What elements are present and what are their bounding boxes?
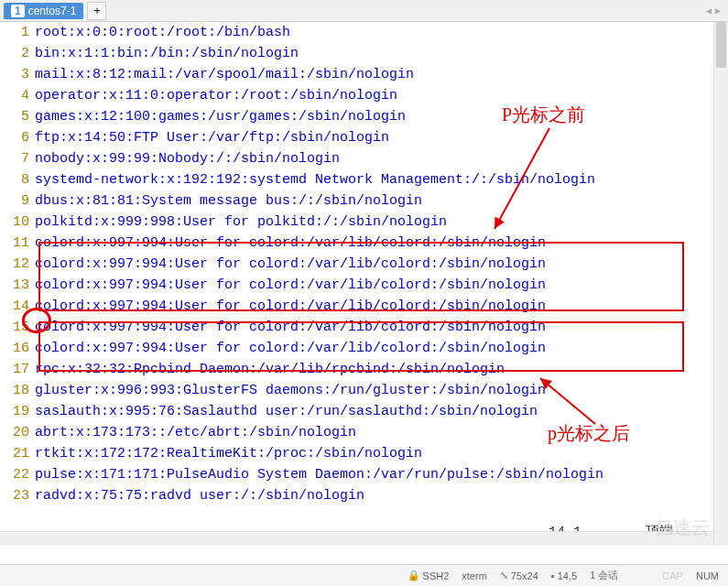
line-number: 20 — [0, 422, 29, 443]
line-number: 13 — [0, 275, 29, 296]
line-number: 16 — [0, 338, 29, 359]
code-line: colord:x:997:994:User for colord:/var/li… — [35, 254, 728, 275]
resize-icon: ⤡ — [500, 570, 508, 581]
tab-prev-icon[interactable]: ◀ — [706, 5, 712, 16]
tab-active[interactable]: 1 centos7-1 — [4, 3, 83, 19]
line-number: 9 — [0, 190, 29, 212]
line-number: 8 — [0, 169, 29, 190]
line-number: 11 — [0, 233, 29, 254]
code-line: games:x:12:100:games:/usr/games:/sbin/no… — [35, 106, 728, 127]
tab-nav: ◀ ▶ — [706, 5, 724, 16]
status-sessions: 1 会话 — [590, 569, 618, 582]
editor: 1234567891011121314151617181920212223 ro… — [0, 22, 728, 546]
scrollbar-thumb[interactable] — [716, 22, 726, 68]
line-number: 21 — [0, 443, 29, 464]
line-number: 17 — [0, 359, 29, 380]
line-number: 12 — [0, 254, 29, 275]
horizontal-scrollbar[interactable] — [0, 531, 713, 546]
status-bar: 🔒 SSH2 xterm ⤡ 75x24 ▪ 14,5 1 会话 CAP NUM — [0, 564, 728, 586]
status-term: xterm — [462, 570, 487, 581]
code-line: operator:x:11:0:operator:/root:/sbin/nol… — [35, 85, 728, 106]
tab-add-button[interactable]: + — [87, 2, 106, 20]
line-number: 18 — [0, 380, 29, 401]
tab-badge: 1 — [11, 5, 25, 17]
line-number: 10 — [0, 212, 29, 233]
code-line: rpc:x:32:32:Rpcbind Daemon:/var/lib/rpcb… — [35, 359, 728, 380]
line-number: 23 — [0, 485, 29, 506]
code-line: rtkit:x:172:172:RealtimeKit:/proc:/sbin/… — [35, 443, 728, 464]
line-number: 19 — [0, 401, 29, 422]
code-line: mail:x:8:12:mail:/var/spool/mail:/sbin/n… — [35, 64, 728, 85]
code-line: pulse:x:171:171:PulseAudio System Daemon… — [35, 464, 728, 485]
code-line: nobody:x:99:99:Nobody:/:/sbin/nologin — [35, 148, 728, 169]
line-number: 1 — [0, 22, 29, 43]
code-line: colord:x:997:994:User for colord:/var/li… — [35, 275, 728, 296]
code-area[interactable]: root:x:0:0:root:/root:/bin/bashbin:x:1:1… — [35, 22, 728, 546]
status-num: NUM — [696, 570, 719, 581]
line-number: 14 — [0, 296, 29, 317]
line-number: 22 — [0, 464, 29, 485]
line-number-gutter: 1234567891011121314151617181920212223 — [0, 22, 35, 546]
code-line: bin:x:1:1:bin:/bin:/sbin/nologin — [35, 43, 728, 64]
annotation-before: P光标之前 — [502, 103, 585, 127]
code-line: ftp:x:14:50:FTP User:/var/ftp:/sbin/nolo… — [35, 127, 728, 148]
tab-bar: 1 centos7-1 + ◀ ▶ — [0, 0, 728, 22]
line-number: 2 — [0, 43, 29, 64]
line-number: 3 — [0, 64, 29, 85]
status-cap: CAP — [662, 570, 683, 581]
tab-title: centos7-1 — [28, 5, 77, 17]
code-line: colord:x:997:994:User for colord:/var/li… — [35, 317, 728, 338]
status-size: ⤡ 75x24 — [500, 570, 538, 581]
position-icon: ▪ — [551, 570, 555, 581]
code-line: root:x:0:0:root:/root:/bin/bash — [35, 22, 728, 43]
code-line: colord:x:997:994:User for colord:/var/li… — [35, 233, 728, 254]
code-line: colord:x:997:994:User for colord:/var/li… — [35, 338, 728, 359]
status-ssh: 🔒 SSH2 — [407, 570, 450, 581]
code-line: colord:x:997:994:User for colord:/var/li… — [35, 296, 728, 317]
line-number: 4 — [0, 85, 29, 106]
line-number: 5 — [0, 106, 29, 127]
code-line: saslauth:x:995:76:Saslauthd user:/run/sa… — [35, 401, 728, 422]
code-line: polkitd:x:999:998:User for polkitd:/:/sb… — [35, 212, 728, 233]
code-line: radvd:x:75:75:radvd user:/:/sbin/nologin — [35, 485, 728, 506]
code-line: gluster:x:996:993:GlusterFS daemons:/run… — [35, 380, 728, 401]
line-number: 7 — [0, 148, 29, 169]
lock-icon: 🔒 — [407, 570, 420, 581]
line-number: 15 — [0, 317, 29, 338]
annotation-after: p光标之后 — [548, 421, 630, 446]
tab-next-icon[interactable]: ▶ — [715, 5, 721, 16]
status-pos: ▪ 14,5 — [551, 570, 577, 581]
line-number: 6 — [0, 127, 29, 148]
code-line: dbus:x:81:81:System message bus:/:/sbin/… — [35, 190, 728, 212]
code-line: systemd-network:x:192:192:systemd Networ… — [35, 169, 728, 190]
vertical-scrollbar[interactable] — [713, 22, 728, 546]
watermark: 亿速云 — [655, 515, 710, 540]
